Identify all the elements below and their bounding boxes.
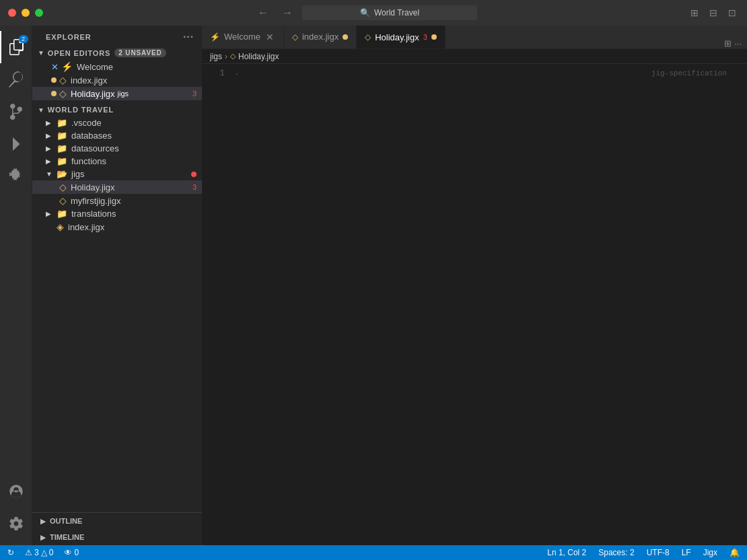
maximize-window-button[interactable] [35,9,43,17]
status-position[interactable]: Ln 1, Col 2 [545,548,588,557]
more-options-icon[interactable]: ··· [183,31,194,43]
activity-explorer[interactable]: 2 [0,31,32,63]
translations-folder-icon: 📁 [57,209,67,219]
holiday-error-badge: 3 [192,90,197,98]
code-lang-hint: jig-specification [651,68,727,79]
open-editors-arrow: ▼ [38,49,45,57]
status-errors[interactable]: ⚠ 3 △ 0 [23,548,55,557]
title-search-bar[interactable]: 🔍 World Travel [302,5,477,20]
tree-datasources[interactable]: ▶ 📁 datasources [32,142,202,155]
timeline-section[interactable]: ▶ TIMELINE [32,529,202,545]
open-editor-welcome[interactable]: ✕ ⚡ Welcome [32,60,202,73]
index-tab-modified-dot [343,34,348,40]
databases-arrow: ▶ [46,132,54,139]
index-file-icon: ◇ [59,75,67,85]
search-text: World Travel [374,8,419,18]
status-sync[interactable]: ↻ [5,548,16,557]
code-area[interactable]: jig-specification · [232,64,740,545]
databases-label: databases [71,131,112,141]
activity-search[interactable] [0,63,32,96]
outline-section[interactable]: ▶ OUTLINE [32,513,202,529]
breadcrumb-current[interactable]: ◇ Holiday.jigx [230,52,279,61]
status-bell[interactable]: 🔔 [727,548,742,557]
status-watches[interactable]: 👁 0 [62,548,81,557]
outline-arrow: ▶ [40,518,46,525]
editor-area: ⚡ Welcome ✕ ◇ index.jigx ◇ Holiday.jigx … [202,26,747,545]
holiday-modified-dot [51,91,57,96]
index-modified-dot [51,77,57,83]
index-tab-icon: ◇ [292,32,298,42]
tree-functions[interactable]: ▶ 📁 functions [32,155,202,168]
vscode-label: .vscode [71,118,102,128]
open-editor-index[interactable]: ◇ index.jigx [32,73,202,87]
nav-forward-button[interactable]: → [278,5,297,20]
title-bar-right: ⊞ ⊟ ⊡ [688,6,739,20]
split-editor-icon[interactable]: ⊞ [688,6,701,20]
holiday-file-icon: ◇ [59,88,67,99]
tab-index[interactable]: ◇ index.jigx [284,26,357,48]
tree-myfirstjig[interactable]: ◇ myfirstjig.jigx [32,194,202,207]
holiday-tab-badge: 3 [423,33,427,41]
encoding-text: UTF-8 [647,548,670,557]
status-line-ending[interactable]: LF [680,548,693,557]
open-editor-label: jigs [118,90,129,98]
tree-jigs[interactable]: ▼ 📂 jigs [32,168,202,180]
activity-settings[interactable] [0,508,32,540]
holiday-filename: Holiday.jigx [71,89,115,99]
tree-vscode[interactable]: ▶ 📁 .vscode [32,116,202,129]
translations-label: translations [71,209,116,219]
status-spaces[interactable]: Spaces: 2 [596,548,636,557]
breadcrumb-jigs[interactable]: jigs [210,52,222,61]
minimize-window-button[interactable] [22,9,30,17]
activity-run[interactable] [0,128,32,160]
tab-welcome[interactable]: ⚡ Welcome ✕ [202,26,284,48]
tab-holiday[interactable]: ◇ Holiday.jigx 3 [357,26,446,48]
breadcrumb-separator: › [225,52,227,61]
close-window-button[interactable] [8,9,16,17]
line-numbers: 1 [202,64,232,545]
welcome-filename: Welcome [77,62,113,72]
tree-holiday[interactable]: ◇ Holiday.jigx 3 [32,180,202,194]
sidebar-header: EXPLORER ··· [32,26,202,46]
editor-content[interactable]: 1 jig-specification · [202,64,747,545]
holiday-tree-icon: ◇ [59,182,67,193]
explorer-badge: 2 [19,35,28,43]
open-editors-section[interactable]: ▼ OPEN EDITORS 2 unsaved [32,46,202,60]
vscode-file-icon: ⚡ [61,61,73,72]
outline-label: OUTLINE [50,517,82,525]
holiday-tab-modified-dot [431,34,437,40]
activity-account[interactable] [0,475,32,508]
open-editor-holiday[interactable]: ◇ Holiday.jigx jigs 3 [32,87,202,100]
status-encoding[interactable]: UTF-8 [645,548,672,557]
activity-extensions[interactable] [0,160,32,193]
project-root-label: WORLD TRAVEL [48,106,114,114]
tree-translations[interactable]: ▶ 📁 translations [32,207,202,220]
unsaved-badge: 2 unsaved [114,48,166,57]
toggle-panel-icon[interactable]: ⊟ [707,6,720,20]
holiday-tab-label: Holiday.jigx [375,32,419,42]
status-left: ↻ ⚠ 3 △ 0 👁 0 [5,548,81,557]
activity-bar-bottom [0,475,32,545]
welcome-icon: ✕ [51,62,59,72]
functions-arrow: ▶ [46,158,54,165]
customize-layout-icon[interactable]: ⊡ [725,6,739,20]
status-language[interactable]: Jigx [701,548,719,557]
jigs-arrow: ▼ [46,170,54,178]
tree-databases[interactable]: ▶ 📁 databases [32,129,202,142]
activity-source-control[interactable] [0,96,32,128]
myfirstjig-icon: ◇ [59,195,67,206]
world-travel-section[interactable]: ▼ WORLD TRAVEL [32,103,202,116]
sidebar-footer: ▶ OUTLINE ▶ TIMELINE [32,512,202,545]
nav-back-button[interactable]: ← [254,5,273,20]
watches-count: 0 [74,548,79,557]
warning-icon: △ [41,548,47,557]
tree-index[interactable]: ◈ index.jigx [32,220,202,234]
breadcrumb-current-label: Holiday.jigx [238,52,279,61]
breadcrumb-file-icon: ◇ [230,52,236,61]
spaces-text: Spaces: 2 [598,548,634,557]
welcome-tab-label: Welcome [224,32,260,42]
welcome-close-btn[interactable]: ✕ [264,32,275,42]
split-editor-tab-icon[interactable]: ⊞ [724,38,732,48]
more-tab-options-icon[interactable]: ··· [734,38,742,48]
sidebar-section: ▼ OPEN EDITORS 2 unsaved ✕ ⚡ Welcome ◇ i… [32,46,202,512]
